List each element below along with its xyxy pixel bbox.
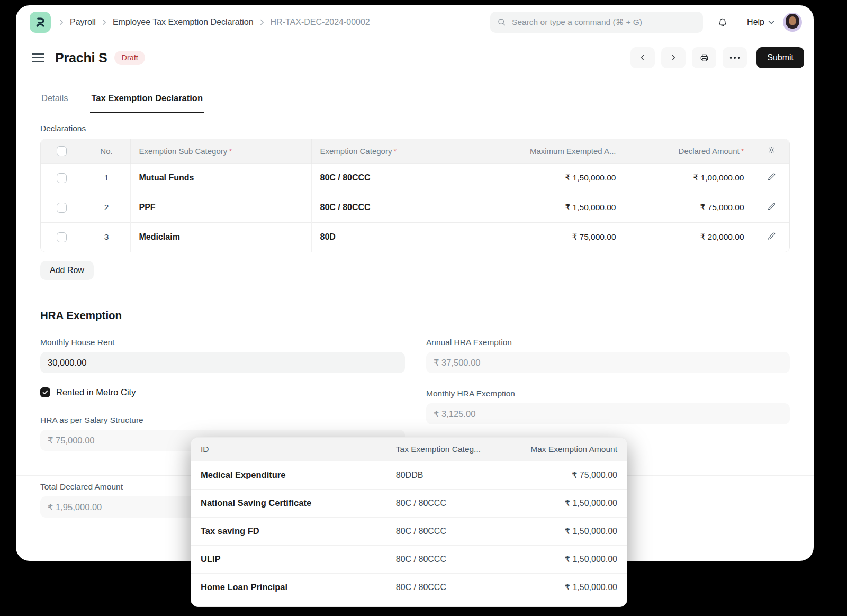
popup-option-category: 80C / 80CCC (396, 545, 513, 573)
navbar-right: Help (716, 13, 802, 32)
popup-option-row[interactable]: National Saving Certificate 80C / 80CCC … (191, 489, 627, 517)
declarations-table: No. Exemption Sub Category* Exemption Ca… (40, 139, 790, 252)
row-declared-amount: ₹ 75,000.00 (625, 193, 753, 222)
row-checkbox[interactable] (57, 232, 67, 242)
hra-form-grid: Monthly House Rent Rented in Metro City … (40, 322, 790, 451)
table-row[interactable]: 1 Mutual Funds 80C / 80CCC ₹ 1,50,000.00… (41, 163, 790, 193)
table-row[interactable]: 2 PPF 80C / 80CCC ₹ 1,50,000.00 ₹ 75,000… (41, 193, 790, 222)
edit-row-button[interactable] (767, 173, 776, 182)
row-number: 2 (83, 193, 130, 222)
popup-option-max-amount: ₹ 1,50,000.00 (513, 545, 627, 573)
pencil-icon (767, 173, 776, 182)
app-logo[interactable] (30, 12, 51, 33)
status-badge: Draft (114, 51, 145, 65)
previous-document-button[interactable] (630, 47, 655, 68)
section-divider (16, 296, 814, 296)
chevron-right-icon (59, 19, 64, 25)
add-row-button[interactable]: Add Row (40, 261, 94, 280)
row-checkbox[interactable] (57, 203, 67, 213)
popup-option-max-amount: ₹ 1,50,000.00 (513, 517, 627, 545)
rented-in-metro-city-label: Rented in Metro City (56, 387, 136, 397)
breadcrumb-item-doctype[interactable]: Employee Tax Exemption Declaration (113, 17, 254, 27)
select-all-checkbox[interactable] (57, 146, 67, 156)
popup-option-category: 80DDB (396, 461, 513, 489)
required-marker: * (393, 147, 397, 156)
popup-option-category: 80C / 80CCC (396, 573, 513, 601)
navbar-divider (738, 15, 738, 29)
row-max-amount: ₹ 1,50,000.00 (500, 193, 625, 222)
hra-section-title: HRA Exemption (40, 309, 790, 322)
declarations-table-body: 1 Mutual Funds 80C / 80CCC ₹ 1,50,000.00… (41, 163, 790, 252)
notifications-button[interactable] (716, 15, 729, 29)
pencil-icon (767, 232, 776, 241)
popup-column-id: ID (191, 438, 396, 461)
column-header-max-amount: Maximum Exempted A... (500, 139, 625, 163)
global-search[interactable] (490, 12, 703, 33)
required-marker: * (229, 147, 232, 156)
page-title: Prachi S (55, 50, 107, 66)
print-button[interactable] (692, 47, 716, 68)
row-category: 80C / 80CCC (311, 163, 500, 193)
popup-option-row[interactable]: Medical Expenditure 80DDB ₹ 75,000.00 (191, 461, 627, 489)
monthly-hra-exemption-field (426, 403, 790, 424)
row-max-amount: ₹ 1,50,000.00 (500, 163, 625, 193)
popup-option-id: Home Loan Principal (191, 573, 396, 601)
monthly-house-rent-label: Monthly House Rent (40, 338, 405, 347)
rented-in-metro-city-checkbox[interactable] (40, 387, 50, 397)
next-document-button[interactable] (661, 47, 686, 68)
tab-bar: Details Tax Exemption Declaration (16, 85, 814, 113)
row-sub-category: PPF (130, 193, 311, 222)
breadcrumb-item-document-id[interactable]: HR-TAX-DEC-2024-00002 (271, 17, 370, 27)
chevron-right-icon (260, 19, 264, 25)
tab-details[interactable]: Details (40, 85, 69, 113)
submit-button[interactable]: Submit (756, 47, 804, 68)
popup-option-max-amount: ₹ 1,50,000.00 (513, 489, 627, 517)
ellipsis-icon (729, 57, 741, 59)
search-input[interactable] (511, 17, 696, 28)
sidebar-toggle-button[interactable] (32, 53, 44, 62)
user-avatar[interactable] (783, 13, 802, 32)
checkmark-icon (42, 390, 48, 395)
popup-option-row[interactable]: ULIP 80C / 80CCC ₹ 1,50,000.00 (191, 545, 627, 573)
popup-option-id: National Saving Certificate (191, 489, 396, 517)
monthly-house-rent-input[interactable] (40, 352, 405, 373)
popup-option-row[interactable]: Home Loan Principal 80C / 80CCC ₹ 1,50,0… (191, 573, 627, 601)
row-sub-category: Mutual Funds (130, 163, 311, 193)
chevron-right-icon (102, 19, 106, 25)
column-header-no: No. (83, 139, 130, 163)
rented-in-metro-city-field: Rented in Metro City (40, 387, 405, 397)
page-header: Prachi S Draft Submit (16, 39, 814, 76)
menu-icon-bar (32, 53, 44, 55)
popup-column-max-amount: Max Exemption Amount (513, 438, 627, 461)
table-row[interactable]: 3 Mediclaim 80D ₹ 75,000.00 ₹ 20,000.00 (41, 222, 790, 252)
tab-tax-exemption-declaration[interactable]: Tax Exemption Declaration (90, 85, 204, 113)
breadcrumb-item-payroll[interactable]: Payroll (70, 17, 96, 27)
table-header-row: No. Exemption Sub Category* Exemption Ca… (41, 139, 790, 163)
row-declared-amount: ₹ 1,00,000.00 (625, 163, 753, 193)
row-number: 3 (83, 222, 130, 252)
gear-icon (767, 146, 776, 155)
hra-left-column: Monthly House Rent Rented in Metro City … (40, 322, 405, 451)
required-marker: * (741, 147, 744, 156)
monthly-hra-exemption-label: Monthly HRA Exemption (426, 389, 790, 398)
link-options-popup: ID Tax Exemption Categ... Max Exemption … (191, 437, 627, 607)
column-header-category: Exemption Category* (311, 139, 500, 163)
hra-right-column: Annual HRA Exemption Monthly HRA Exempti… (426, 322, 790, 451)
help-label: Help (747, 17, 764, 27)
row-category: 80C / 80CCC (311, 193, 500, 222)
grid-settings-button[interactable] (767, 146, 776, 155)
search-icon (497, 17, 506, 26)
chevron-left-icon (638, 53, 647, 62)
popup-header-row: ID Tax Exemption Categ... Max Exemption … (191, 438, 627, 461)
declarations-label: Declarations (40, 124, 790, 133)
edit-row-button[interactable] (767, 202, 776, 211)
annual-hra-exemption-label: Annual HRA Exemption (426, 338, 790, 347)
hr-logo-icon (33, 15, 47, 29)
row-checkbox[interactable] (57, 173, 67, 183)
popup-option-row[interactable]: Tax saving FD 80C / 80CCC ₹ 1,50,000.00 (191, 517, 627, 545)
edit-row-button[interactable] (767, 232, 776, 241)
column-header-sub-category: Exemption Sub Category* (130, 139, 311, 163)
row-number: 1 (83, 163, 130, 193)
help-menu[interactable]: Help (747, 17, 774, 27)
more-actions-button[interactable] (723, 47, 747, 68)
